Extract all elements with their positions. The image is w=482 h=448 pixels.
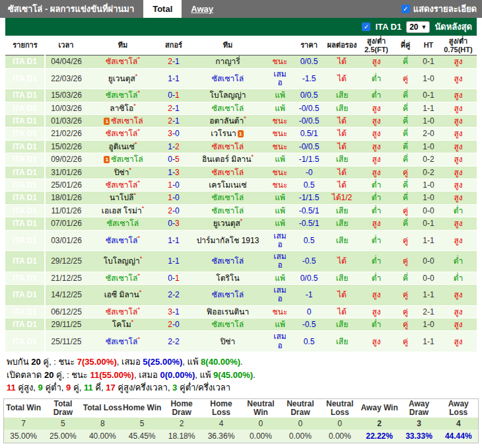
- league-cell[interactable]: ITA D1: [5, 102, 45, 114]
- summary-line-head-to-head: พบกัน 20 คู่, : ชนะ 7(35.00%), เสมอ 5(25…: [7, 355, 475, 369]
- league-cell[interactable]: ITA D1: [5, 89, 45, 102]
- league-cell[interactable]: ITA D1: [5, 230, 45, 251]
- home-team-cell: เอเอส โรม่า*: [87, 204, 158, 217]
- stats-column-header: Neutral Draw: [281, 398, 320, 418]
- score-cell: 1-1: [158, 68, 189, 89]
- result-cell: ชนะ: [267, 115, 293, 128]
- last-matches-label: นัดหลังสุด: [434, 20, 472, 34]
- score-cell: 2-2: [158, 285, 189, 306]
- handicap-price-cell: 0.5: [293, 230, 325, 251]
- over-under-25-cell: สูง: [359, 285, 394, 306]
- league-cell[interactable]: ITA D1: [5, 204, 45, 217]
- result-cell: แพ้: [267, 217, 293, 230]
- odd-even-cell: คี่: [394, 89, 417, 102]
- halftime-score-cell: 1-0: [417, 140, 440, 153]
- league-cell[interactable]: ITA D1: [5, 305, 45, 318]
- column-header: ผลต่อรอง: [325, 36, 359, 56]
- star-marker: *: [129, 167, 131, 173]
- summary-section: พบกัน 20 คู่, : ชนะ 7(35.00%), เสมอ 5(25…: [0, 352, 482, 396]
- score-cell: 1-3: [158, 166, 189, 178]
- stats-value-cell: 2: [360, 418, 399, 429]
- league-cell[interactable]: ITA D1: [5, 251, 45, 272]
- stats-column-header: Total Win: [4, 398, 44, 418]
- checkbox-checked-icon[interactable]: ✓: [401, 5, 410, 13]
- home-team-cell: ยูเวนตุส*: [87, 68, 158, 89]
- league-cell[interactable]: ITA D1: [5, 192, 45, 204]
- table-row: ITA D110/03/26ลาซิโอ*2-1ซัสเซาโล่แพ้-0/0…: [5, 102, 477, 114]
- chevron-down-icon: ▼: [421, 24, 427, 30]
- league-cell[interactable]: ITA D1: [5, 68, 45, 89]
- handicap-result-cell: เสีย: [325, 272, 359, 284]
- tab-away-label: Away: [191, 4, 213, 14]
- stats-values-row: 758524000234: [4, 418, 479, 429]
- result-cell: เสมอ: [267, 230, 293, 251]
- league-cell[interactable]: ITA D1: [5, 285, 45, 306]
- stats-column-header: Home Win: [122, 398, 162, 418]
- league-cell[interactable]: ITA D1: [5, 178, 45, 191]
- score-cell: 0-3: [158, 217, 189, 230]
- stats-percent-cell: 33.33%: [399, 429, 439, 443]
- home-team-cell: เอซี มิลาน*: [87, 285, 158, 306]
- league-checkbox-checked-icon[interactable]: ✓: [362, 22, 370, 31]
- halftime-score-cell: 1-0: [417, 318, 440, 331]
- table-row: ITA D106/12/25ซัสเซาโล่*3-1ฟิออเรนตินาชน…: [5, 305, 477, 318]
- odd-even-cell: คี่: [394, 56, 417, 68]
- stats-percent-cell: 0.00%: [281, 429, 320, 443]
- handicap-result-cell: เสีย: [325, 102, 359, 114]
- over-under-25-cell: ต่ำ: [359, 230, 394, 251]
- away-team-cell: ซัสเซาโล่: [189, 251, 267, 272]
- over-under-25-cell: สูง: [359, 217, 394, 230]
- summary-text-segment: คี่,: [93, 383, 106, 392]
- handicap-price-cell: 0/0.5: [293, 272, 325, 284]
- league-cell[interactable]: ITA D1: [5, 318, 45, 331]
- league-cell[interactable]: ITA D1: [5, 217, 45, 230]
- over-under-075-cell: สูง: [440, 166, 477, 178]
- tab-total[interactable]: Total: [143, 0, 182, 18]
- handicap-result-cell: เสีย: [325, 204, 359, 217]
- stats-value-cell: 4: [438, 418, 478, 429]
- date-cell: 06/12/25: [45, 305, 87, 318]
- table-row: ITA D115/03/26ซัสเซาโล่*0-1โบโลญญ่าแพ้0/…: [5, 89, 477, 102]
- odd-even-cell: คู่: [394, 68, 417, 89]
- over-under-075-cell: สูง: [440, 230, 477, 251]
- stats-value-cell: 7: [4, 418, 44, 429]
- show-details-toggle[interactable]: ✓ แสดงรายละเอียด: [401, 2, 482, 16]
- handicap-result-cell: เสีย: [325, 217, 359, 230]
- handicap-result-cell: ได้: [325, 68, 359, 89]
- league-cell[interactable]: ITA D1: [5, 331, 45, 352]
- odd-even-cell: คู่: [394, 318, 417, 331]
- result-cell: ชนะ: [267, 178, 293, 191]
- tab-away[interactable]: Away: [182, 0, 223, 18]
- home-team-cell: อูดิเนเซ่*: [87, 140, 158, 153]
- over-under-075-cell: ต่ำ: [440, 251, 477, 272]
- over-under-075-cell: สูง: [440, 102, 477, 114]
- over-under-075-cell: สูง: [440, 331, 477, 352]
- summary-text-segment: 5(25.00%): [143, 357, 182, 367]
- league-cell[interactable]: ITA D1: [5, 56, 45, 68]
- league-cell[interactable]: ITA D1: [5, 140, 45, 153]
- league-cell[interactable]: ITA D1: [5, 115, 45, 128]
- summary-text-segment: .: [253, 370, 256, 380]
- league-cell[interactable]: ITA D1: [5, 128, 45, 140]
- summary-text-segment: 0(0.00%): [160, 370, 195, 380]
- orange-card-icon: 1: [104, 118, 110, 125]
- odd-even-cell: คี่: [394, 217, 417, 230]
- league-cell[interactable]: ITA D1: [5, 272, 45, 284]
- over-under-075-cell: ต่ำ: [440, 272, 477, 284]
- halftime-score-cell: 1-0: [417, 68, 440, 89]
- home-team-cell: ซัสเซาโล่*: [87, 56, 158, 68]
- summary-text-segment: คู่,: [71, 383, 84, 392]
- stats-percent-cell: 36.36%: [201, 429, 241, 443]
- table-row: ITA D125/01/26ซัสเซาโล่*1-0เครโมเนเซ่ชนะ…: [5, 178, 477, 191]
- match-count-select[interactable]: 20 ▼: [406, 21, 430, 33]
- halftime-score-cell: 1-1: [417, 285, 440, 306]
- date-cell: 29/12/25: [45, 251, 87, 272]
- handicap-price-cell: -0/0.5: [293, 115, 325, 128]
- column-header: [267, 36, 293, 56]
- summary-line-market: เปิดตลาด 20 คู่, : ชนะ 11(55.00%), เสมอ …: [7, 369, 475, 382]
- league-cell[interactable]: ITA D1: [5, 153, 45, 166]
- handicap-result-cell: ได้: [325, 166, 359, 178]
- league-cell[interactable]: ITA D1: [5, 166, 45, 178]
- home-team-cell: ลาซิโอ*: [87, 102, 158, 114]
- odd-even-cell: คี่: [394, 140, 417, 153]
